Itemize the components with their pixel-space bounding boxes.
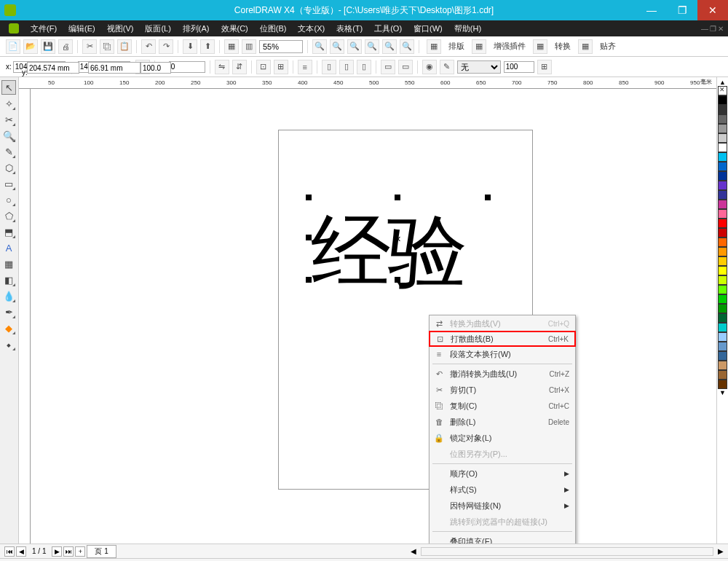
tb-icon[interactable]: ⊞ bbox=[537, 60, 552, 74]
menu-layout[interactable]: 版面(L) bbox=[141, 22, 175, 36]
ruler-vertical[interactable] bbox=[19, 89, 31, 544]
menu-table[interactable]: 表格(T) bbox=[332, 22, 367, 36]
next-page-button[interactable]: ▶ bbox=[52, 546, 62, 557]
context-menu-item[interactable]: 🗑删除(L)Delete bbox=[430, 414, 575, 430]
color-swatch[interactable] bbox=[718, 332, 727, 342]
color-swatch[interactable] bbox=[718, 114, 727, 124]
align-icon[interactable]: ▯ bbox=[357, 60, 371, 74]
outline-icon[interactable]: ◉ bbox=[422, 60, 437, 74]
menu-text[interactable]: 文本(X) bbox=[293, 22, 329, 36]
outline-tool[interactable]: ✒ bbox=[1, 305, 16, 319]
page-tab[interactable]: 页 1 bbox=[87, 545, 116, 558]
undo-button[interactable]: ↶ bbox=[141, 39, 156, 54]
plugin-label[interactable]: 增强插件 bbox=[492, 41, 527, 52]
color-swatch[interactable] bbox=[718, 171, 727, 181]
color-swatch[interactable] bbox=[718, 256, 727, 266]
context-menu-item[interactable]: ⊡打散曲线(B)Ctrl+K bbox=[429, 331, 576, 347]
context-menu-item[interactable]: 叠印填充(F) bbox=[430, 533, 575, 544]
mdi-close[interactable]: ✕ bbox=[718, 25, 724, 33]
layout-label[interactable]: 排版 bbox=[447, 41, 466, 52]
menu-file[interactable]: 文件(F) bbox=[26, 22, 61, 36]
prev-page-button[interactable]: ◀ bbox=[16, 546, 26, 557]
color-swatch[interactable] bbox=[718, 86, 727, 95]
maximize-button[interactable]: ❐ bbox=[667, 0, 697, 20]
wrap-icon[interactable]: ≡ bbox=[298, 60, 312, 74]
menu-bitmap[interactable]: 位图(B) bbox=[256, 22, 291, 36]
menu-tools[interactable]: 工具(O) bbox=[370, 22, 406, 36]
context-menu-item[interactable]: 因特网链接(N)▶ bbox=[430, 498, 575, 514]
convert-label[interactable]: 转换 bbox=[553, 41, 572, 52]
y-input[interactable] bbox=[27, 62, 79, 74]
zoom-out-icon[interactable]: 🔍 bbox=[347, 39, 362, 54]
selection-handle[interactable] bbox=[306, 235, 312, 240]
zoom-sel-icon[interactable]: 🔍 bbox=[400, 39, 414, 54]
selection-handle[interactable] bbox=[306, 195, 312, 200]
tb-icon[interactable]: ▦ bbox=[224, 39, 239, 54]
first-page-button[interactable]: ⏮ bbox=[4, 546, 15, 557]
hscroll-right[interactable]: ▶ bbox=[718, 547, 724, 555]
new-button[interactable]: 📄 bbox=[6, 39, 20, 54]
order-icon[interactable]: ▭ bbox=[381, 60, 395, 74]
snap-label[interactable]: 贴齐 bbox=[598, 41, 617, 52]
zoom-in-icon[interactable]: 🔍 bbox=[330, 39, 344, 54]
color-swatch[interactable] bbox=[718, 162, 727, 171]
color-swatch[interactable] bbox=[718, 105, 727, 114]
angle-input[interactable] bbox=[169, 61, 205, 73]
outline-width-input[interactable] bbox=[504, 61, 534, 73]
minimize-button[interactable]: — bbox=[636, 0, 667, 20]
close-button[interactable]: ✕ bbox=[697, 0, 728, 20]
outline-icon[interactable]: ✎ bbox=[440, 60, 454, 74]
zoom-tool-icon[interactable]: 🔍 bbox=[312, 39, 327, 54]
save-button[interactable]: 💾 bbox=[41, 39, 55, 54]
mirror-h-icon[interactable]: ⇋ bbox=[215, 60, 229, 74]
color-swatch[interactable] bbox=[718, 190, 727, 200]
tb-icon[interactable]: ▥ bbox=[242, 39, 256, 54]
menu-view[interactable]: 视图(V) bbox=[103, 22, 138, 36]
node-icon[interactable]: ⊞ bbox=[274, 60, 288, 74]
outline-select[interactable]: 无 bbox=[457, 60, 501, 74]
mirror-v-icon[interactable]: ⇵ bbox=[232, 60, 247, 74]
color-swatch[interactable] bbox=[718, 380, 727, 389]
blend-tool[interactable]: ◧ bbox=[1, 272, 16, 287]
layout-icon[interactable]: ▦ bbox=[427, 39, 441, 54]
freehand-tool[interactable]: ✎ bbox=[1, 144, 16, 159]
polygon-tool[interactable]: ⬠ bbox=[1, 208, 16, 223]
color-swatch[interactable] bbox=[718, 304, 727, 313]
sy-input[interactable] bbox=[141, 62, 171, 74]
text-tool[interactable]: A bbox=[1, 240, 16, 255]
context-menu-item[interactable]: 🔒锁定对象(L) bbox=[430, 430, 575, 446]
smart-fill-tool[interactable]: ⬡ bbox=[1, 160, 16, 175]
artboard-text[interactable]: 经验 bbox=[311, 198, 464, 307]
color-swatch[interactable] bbox=[718, 152, 727, 162]
color-swatch[interactable] bbox=[718, 238, 727, 247]
color-swatch[interactable] bbox=[718, 209, 727, 219]
hscroll-left[interactable]: ◀ bbox=[411, 547, 416, 555]
h-input[interactable] bbox=[88, 62, 141, 74]
color-swatch[interactable] bbox=[718, 285, 727, 294]
context-menu-item[interactable]: 顺序(O)▶ bbox=[430, 466, 575, 482]
color-swatch[interactable] bbox=[718, 370, 727, 380]
menu-help[interactable]: 帮助(H) bbox=[450, 22, 486, 36]
color-swatch[interactable] bbox=[718, 323, 727, 332]
interactive-fill-tool[interactable]: ⬥ bbox=[1, 337, 16, 351]
rectangle-tool[interactable]: ▭ bbox=[1, 176, 16, 191]
color-swatch[interactable] bbox=[718, 228, 727, 238]
align-icon[interactable]: ▯ bbox=[339, 60, 354, 74]
copy-button[interactable]: ⿻ bbox=[100, 39, 114, 54]
selection-handle[interactable] bbox=[395, 277, 400, 283]
color-swatch[interactable] bbox=[718, 200, 727, 209]
add-page-button[interactable]: + bbox=[75, 546, 85, 557]
plugin-icon[interactable]: ▦ bbox=[472, 39, 486, 54]
selection-handle[interactable] bbox=[306, 277, 312, 283]
menu-effects[interactable]: 效果(C) bbox=[217, 22, 253, 36]
basic-shapes-tool[interactable]: ⬒ bbox=[1, 224, 16, 239]
context-menu-item[interactable]: ≡段落文本换行(W) bbox=[430, 346, 575, 362]
zoom-input[interactable] bbox=[259, 40, 303, 53]
cut-button[interactable]: ✂ bbox=[82, 39, 97, 54]
import-button[interactable]: ⬇ bbox=[183, 39, 197, 54]
canvas[interactable]: 经验 ✕ bbox=[31, 89, 716, 544]
zoom-page-icon[interactable]: 🔍 bbox=[382, 39, 397, 54]
align-icon[interactable]: ▯ bbox=[322, 60, 336, 74]
color-swatch[interactable] bbox=[718, 133, 727, 143]
color-swatch[interactable] bbox=[718, 294, 727, 304]
